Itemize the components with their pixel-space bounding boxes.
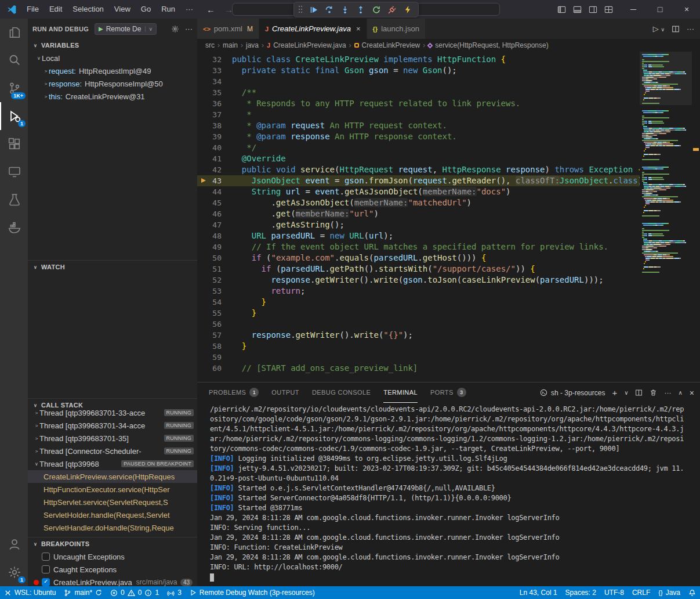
menu-[interactable]: ··· [180,5,198,13]
code-line[interactable]: 45 .getAsJsonObject(memberName:"matchedU… [197,197,640,208]
thread-row[interactable]: >Thread [qtp399683701-33-acceRUNNING [28,406,197,419]
code-line[interactable]: 37 * [197,109,640,120]
code-line[interactable]: 33 private static final Gson gson = new … [197,65,640,76]
tab-launch-json[interactable]: {} launch.json [367,19,426,39]
disconnect-button[interactable] [386,4,398,16]
tab-debug-console[interactable]: DEBUG CONSOLE [312,383,371,403]
maximize-button[interactable]: □ [647,0,673,19]
code-line[interactable]: 39 * @param response An HTTP response co… [197,131,640,142]
cursor-position[interactable]: Ln 43, Col 1 [516,586,561,599]
language-mode[interactable]: {} Java [654,586,684,599]
problems-indicator[interactable]: 0 0 1 [106,586,163,599]
customize-layout-icon[interactable] [604,5,613,14]
continue-button[interactable] [308,4,320,16]
breakpoint-row-file[interactable]: CreateLinkPreview.java src/main/java 43 [28,576,197,586]
code-editor[interactable]: 32public class CreateLinkPreview impleme… [197,52,700,382]
menu-run[interactable]: Run [156,5,180,13]
debug-session-indicator[interactable]: Remote Debug Watch (3p-resources) [186,586,319,599]
more-actions-icon[interactable]: ··· [687,24,694,33]
close-tab-icon[interactable]: × [356,24,361,33]
ports-indicator[interactable]: 3 [163,586,186,599]
code-line[interactable]: 56 [197,319,640,330]
start-debug-icon[interactable]: ▶ [99,26,103,32]
menu-selection[interactable]: Selection [67,5,108,13]
step-into-button[interactable] [339,4,351,16]
code-line[interactable]: 32public class CreateLinkPreview impleme… [197,54,640,65]
code-line[interactable]: 51 if (parsedURL.getPath().startsWith("/… [197,264,640,275]
remote-indicator[interactable]: WSL: Ubuntu [0,586,60,599]
code-line[interactable]: 34 [197,76,640,87]
run-file-button[interactable]: ▷ ∨ [653,24,665,33]
code-line[interactable]: 53 return; [197,286,640,297]
step-out-button[interactable] [355,4,367,16]
activity-remote-explorer[interactable] [0,158,28,186]
activity-run-debug[interactable]: 1 [0,102,28,130]
stack-frame-row[interactable]: HttpServlet.service(ServletRequest,S [28,496,197,508]
kill-terminal-icon[interactable] [650,389,657,396]
activity-testing[interactable] [0,186,28,214]
tab-output[interactable]: OUTPUT [271,383,299,403]
breakpoints-section-header[interactable]: ∨ BREAKPOINTS [28,537,197,550]
more-actions-icon[interactable]: ··· [185,24,193,33]
drag-handle[interactable] [299,6,303,13]
stack-frame-row[interactable]: CreateLinkPreview.service(HttpReques [28,470,197,483]
menu-view[interactable]: View [109,5,136,13]
split-editor-icon[interactable] [672,25,680,33]
scope-local-row[interactable]: ∨ Local [28,52,197,64]
close-window-button[interactable]: × [673,0,700,19]
breakpoint-row-uncaught-exceptions[interactable]: Uncaught Exceptions [28,550,197,563]
breadcrumb-item[interactable]: service(HttpRequest, HttpResponse) [435,41,548,49]
minimize-button[interactable]: ─ [620,0,647,19]
code-line[interactable]: 38 * @param request An HTTP request cont… [197,120,640,131]
variables-section-header[interactable]: ∨ VARIABLES [28,39,197,52]
variable-row[interactable]: > request: HttpRequestImpl@49 [28,64,197,77]
code-line[interactable]: 40 */ [197,142,640,153]
thread-row[interactable]: ∨Thread [qtp39968PAUSED ON BREAKPOINT [28,457,197,470]
code-content[interactable]: 32public class CreateLinkPreview impleme… [197,52,640,382]
breakpoint-row-caught-exceptions[interactable]: Caught Exceptions [28,563,197,576]
breadcrumb-item[interactable]: main [223,41,238,49]
code-line[interactable]: 60 // [START add_ons_case_preview_link] [197,363,640,374]
code-line[interactable]: 58 } [197,341,640,352]
code-line[interactable]: 59 [197,352,640,363]
activity-source-control[interactable]: 1K+ [0,74,28,102]
hot-code-replace-button[interactable] [402,4,414,16]
variable-row[interactable]: > this: CreateLinkPreview@31 [28,90,197,103]
debug-settings-gear-icon[interactable] [171,25,179,33]
code-line[interactable]: 57 response.getWriter().write("{}"); [197,330,640,341]
code-line[interactable]: 43 JsonObject event = gson.fromJson(requ… [197,175,640,186]
eol-sequence[interactable]: CRLF [628,586,654,599]
thread-row[interactable]: >Thread [qtp399683701-34-acceRUNNING [28,419,197,432]
launch-configuration-dropdown[interactable]: ▶ Remote De ∨ [95,23,157,35]
activity-search[interactable] [0,46,28,74]
code-line[interactable]: 35 /** [197,87,640,98]
code-line[interactable]: 52 response.getWriter().write(gson.toJso… [197,275,640,286]
tab-createlinkpreview-java[interactable]: J CreateLinkPreview.java × [259,19,367,39]
code-line[interactable]: 36 * Responds to any HTTP request relate… [197,98,640,109]
code-line[interactable]: 54 } [197,297,640,308]
activity-docker[interactable] [0,214,28,241]
file-breakpoint-checkbox[interactable] [42,578,50,586]
code-line[interactable]: 47 .getAsString(); [197,219,640,230]
activity-accounts[interactable] [0,531,28,558]
code-line[interactable]: 41 @Override [197,153,640,164]
activity-explorer[interactable] [0,19,28,46]
branch-indicator[interactable]: main* [60,586,106,599]
variable-row[interactable]: > response: HttpResponseImpl@50 [28,77,197,90]
stack-frame-row[interactable]: HttpFunctionExecutor.service(HttpSer [28,483,197,496]
step-over-button[interactable] [324,4,335,16]
more-actions-icon[interactable]: ··· [664,389,671,397]
code-line[interactable]: 46 .get(memberName:"url") [197,208,640,219]
toggle-panel-icon[interactable] [573,5,582,14]
activity-extensions[interactable] [0,130,28,158]
new-terminal-icon[interactable]: + [612,388,617,398]
indentation[interactable]: Spaces: 2 [561,586,600,599]
maximize-panel-icon[interactable]: ∧ [678,389,682,396]
breadcrumb-item[interactable]: src [205,41,215,49]
code-line[interactable]: 55 } [197,308,640,319]
encoding[interactable]: UTF-8 [600,586,628,599]
code-line[interactable]: 50 if ("example.com".equals(parsedURL.ge… [197,252,640,264]
minimap[interactable] [640,52,692,382]
tab-pom-xml[interactable]: <> pom.xml M [197,19,259,39]
menu-edit[interactable]: Edit [44,5,67,13]
